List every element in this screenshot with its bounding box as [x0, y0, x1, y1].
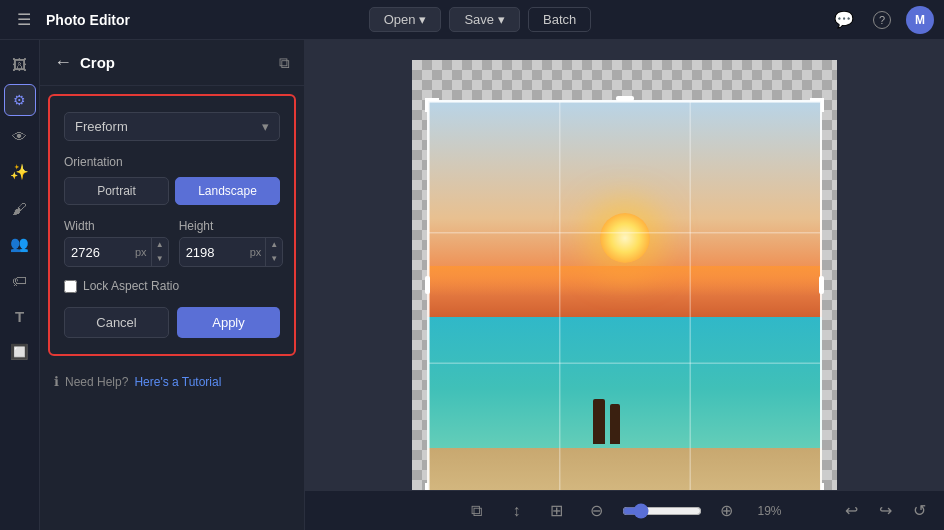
magic-tool-icon: ✨ [10, 163, 29, 181]
image-tool-button[interactable]: 🖼 [4, 48, 36, 80]
canvas-image[interactable] [427, 100, 822, 495]
height-up-button[interactable]: ▲ [266, 238, 282, 252]
main: 🖼 ⚙ 👁 ✨ 🖌 👥 🏷 T 🔲 ← [0, 40, 944, 530]
chat-icon: 💬 [834, 10, 854, 29]
person1 [593, 399, 605, 444]
landscape-button[interactable]: Landscape [175, 177, 280, 205]
redo-icon: ↪ [879, 501, 892, 520]
save-label: Save [464, 12, 494, 27]
help-button[interactable]: ? [868, 6, 896, 34]
bottom-right-buttons: ↩ ↪ ↺ [836, 496, 934, 526]
stamp-tool-button[interactable]: 🏷 [4, 264, 36, 296]
orientation-buttons: Portrait Landscape [64, 177, 280, 205]
sand [427, 448, 822, 495]
redo-button[interactable]: ↪ [870, 496, 900, 526]
crop-handle-right-mid[interactable] [819, 276, 824, 294]
brush-tool-icon: 🖌 [12, 200, 27, 217]
height-down-button[interactable]: ▼ [266, 252, 282, 266]
undo-icon: ↩ [845, 501, 858, 520]
action-buttons: Cancel Apply [64, 307, 280, 338]
magic-tool-button[interactable]: ✨ [4, 156, 36, 188]
crop-handle-top-mid[interactable] [616, 96, 634, 101]
crop-handle-top-left[interactable] [425, 98, 439, 112]
tutorial-link[interactable]: Here's a Tutorial [134, 375, 221, 389]
height-label: Height [179, 219, 284, 233]
width-down-button[interactable]: ▼ [152, 252, 168, 266]
people-tool-button[interactable]: 👥 [4, 228, 36, 260]
portrait-button[interactable]: Portrait [64, 177, 169, 205]
overlay-tool-icon: 🔲 [10, 343, 29, 361]
batch-label: Batch [543, 12, 576, 27]
info-icon: ℹ [54, 374, 59, 389]
reset-icon: ↺ [913, 501, 926, 520]
zoom-out-icon: ⊖ [590, 501, 603, 520]
eye-tool-button[interactable]: 👁 [4, 120, 36, 152]
hamburger-icon: ☰ [17, 10, 31, 29]
stamp-tool-icon: 🏷 [12, 272, 27, 289]
back-button[interactable]: ← [54, 52, 72, 73]
help-text: Need Help? [65, 375, 128, 389]
canvas-wrapper [412, 60, 837, 510]
width-label: Width [64, 219, 169, 233]
apply-button[interactable]: Apply [177, 307, 280, 338]
open-button[interactable]: Open ▾ [369, 7, 442, 32]
people-tool-icon: 👥 [10, 235, 29, 253]
app-title: Photo Editor [46, 12, 130, 28]
layers-icon: ⧉ [471, 502, 482, 520]
panel-header: ← Crop ⧉ [40, 40, 304, 86]
width-input[interactable] [65, 240, 135, 265]
couple-silhouette [593, 394, 623, 444]
width-up-button[interactable]: ▲ [152, 238, 168, 252]
crop-panel-content: Freeform ▾ Orientation Portrait Landscap… [48, 94, 296, 356]
overlay-tool-button[interactable]: 🔲 [4, 336, 36, 368]
width-spinners: ▲ ▼ [151, 238, 168, 266]
orientation-label: Orientation [64, 155, 280, 169]
expand-button[interactable]: ↕ [502, 496, 532, 526]
reset-button[interactable]: ↺ [904, 496, 934, 526]
cancel-button[interactable]: Cancel [64, 307, 169, 338]
crop-handle-left-mid[interactable] [425, 276, 430, 294]
grid-button[interactable]: ⊞ [542, 496, 572, 526]
eye-tool-icon: 👁 [12, 128, 27, 145]
text-tool-icon: T [15, 308, 24, 325]
zoom-out-button[interactable]: ⊖ [582, 496, 612, 526]
batch-button[interactable]: Batch [528, 7, 591, 32]
chat-button[interactable]: 💬 [830, 6, 858, 34]
copy-icon: ⧉ [279, 54, 290, 71]
brush-tool-button[interactable]: 🖌 [4, 192, 36, 224]
back-icon: ← [54, 52, 72, 73]
header: ☰ Photo Editor Open ▾ Save ▾ Batch 💬 ? M [0, 0, 944, 40]
lock-label: Lock Aspect Ratio [83, 279, 179, 293]
adjust-tool-icon: ⚙ [13, 92, 26, 108]
adjust-tool-button[interactable]: ⚙ [4, 84, 36, 116]
layers-button[interactable]: ⧉ [462, 496, 492, 526]
zoom-slider[interactable] [622, 503, 702, 519]
undo-button[interactable]: ↩ [836, 496, 866, 526]
sun [600, 213, 650, 263]
open-label: Open [384, 12, 416, 27]
open-chevron-icon: ▾ [419, 12, 426, 27]
crop-handle-top-right[interactable] [810, 98, 824, 112]
zoom-in-icon: ⊕ [720, 501, 733, 520]
text-tool-button[interactable]: T [4, 300, 36, 332]
header-right: 💬 ? M [830, 6, 934, 34]
copy-button[interactable]: ⧉ [279, 54, 290, 72]
dropdown-arrow-icon: ▾ [262, 119, 269, 134]
help-icon: ? [873, 11, 891, 29]
avatar[interactable]: M [906, 6, 934, 34]
freeform-dropdown[interactable]: Freeform ▾ [64, 112, 280, 141]
save-button[interactable]: Save ▾ [449, 7, 520, 32]
dimensions-row: Width px ▲ ▼ Height px [64, 219, 280, 267]
dropdown-value: Freeform [75, 119, 128, 134]
height-input-wrap: px ▲ ▼ [179, 237, 284, 267]
dropdown-row: Freeform ▾ [64, 112, 280, 141]
hamburger-button[interactable]: ☰ [10, 6, 38, 34]
grid-icon: ⊞ [550, 501, 563, 520]
help-row: ℹ Need Help? Here's a Tutorial [40, 364, 304, 399]
height-input[interactable] [180, 240, 250, 265]
header-left: ☰ Photo Editor [10, 6, 130, 34]
zoom-in-button[interactable]: ⊕ [712, 496, 742, 526]
width-unit: px [135, 246, 151, 258]
panel-title: Crop [80, 54, 271, 71]
lock-aspect-checkbox[interactable] [64, 280, 77, 293]
